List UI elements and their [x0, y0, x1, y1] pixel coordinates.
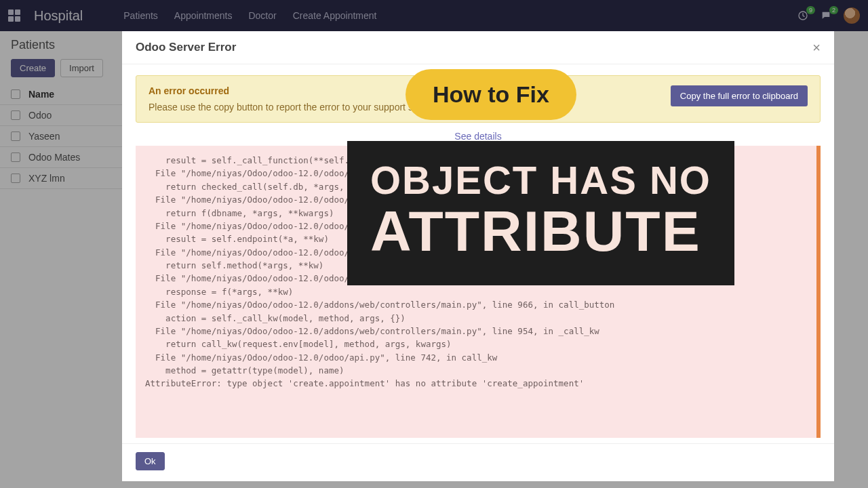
- copy-error-button[interactable]: Copy the full error to clipboard: [671, 85, 808, 106]
- overlay-pill: How to Fix: [406, 69, 576, 120]
- modal-footer: Ok: [122, 443, 834, 481]
- modal-title: Odoo Server Error: [136, 41, 236, 54]
- overlay-line2: ATTRIBUTE: [370, 201, 711, 261]
- close-icon[interactable]: ×: [812, 41, 821, 54]
- overlay-block: OBJECT HAS NO ATTRIBUTE: [347, 141, 734, 285]
- alert-body: Please use the copy button to report the…: [149, 102, 441, 113]
- ok-button[interactable]: Ok: [136, 452, 165, 470]
- alert-title: An error occurred: [149, 85, 441, 96]
- overlay-line1: OBJECT HAS NO: [370, 160, 711, 201]
- modal-header: Odoo Server Error ×: [122, 31, 834, 64]
